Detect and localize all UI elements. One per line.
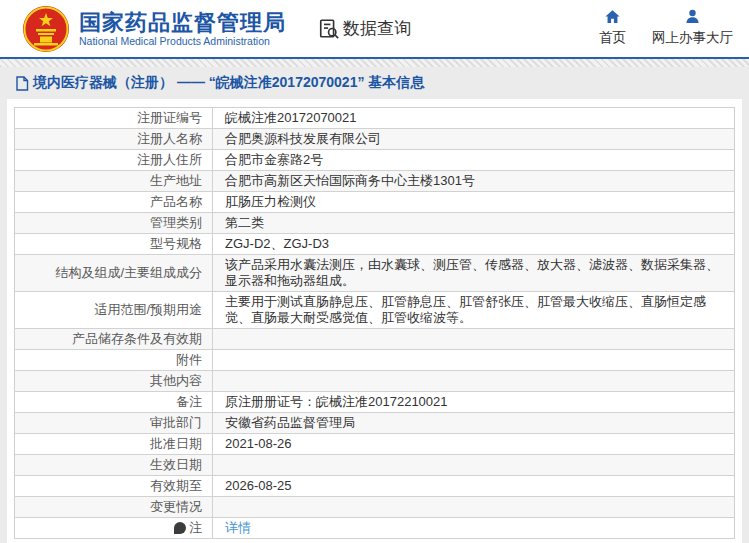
data-query-icon xyxy=(318,18,340,40)
row-label: 型号规格 xyxy=(15,234,213,255)
page-title: 境内医疗器械（注册） —— “皖械注准20172070021” 基本信息 xyxy=(33,74,424,92)
row-value: 皖械注准20172070021 xyxy=(213,108,735,129)
row-label-text: 结构及组成/主要组成成分 xyxy=(55,265,202,280)
row-label: 注册人住所 xyxy=(15,150,213,171)
row-label-text: 注 xyxy=(189,520,202,535)
row-value xyxy=(213,497,735,518)
row-label-text: 注册证编号 xyxy=(137,110,202,125)
row-value xyxy=(213,350,735,371)
main-content: 境内医疗器械（注册） —— “皖械注准20172070021” 基本信息 注册证… xyxy=(0,67,749,543)
detail-link[interactable]: 详情 xyxy=(225,520,251,535)
row-label-text: 产品储存条件及有效期 xyxy=(72,331,202,346)
table-row: 注册人住所 合肥市金寨路2号 xyxy=(15,150,735,171)
row-label-text: 附件 xyxy=(176,352,202,367)
row-label: 管理类别 xyxy=(15,213,213,234)
info-table: 注册证编号 皖械注准20172070021 注册人名称 合肥奥源科技发展有限公司… xyxy=(14,107,735,539)
row-label-text: 变更情况 xyxy=(150,499,202,514)
row-label: 生效日期 xyxy=(15,455,213,476)
row-label: 审批部门 xyxy=(15,413,213,434)
table-row: 结构及组成/主要组成成分 该产品采用水囊法测压，由水囊球、测压管、传感器、放大器… xyxy=(15,255,735,292)
table-row: 变更情况 xyxy=(15,497,735,518)
table-row: 其他内容 xyxy=(15,371,735,392)
row-value: 详情 xyxy=(213,518,735,539)
row-value: 合肥市金寨路2号 xyxy=(213,150,735,171)
row-label-text: 批准日期 xyxy=(150,436,202,451)
info-card: 注册证编号 皖械注准20172070021 注册人名称 合肥奥源科技发展有限公司… xyxy=(7,99,742,543)
table-row: 型号规格 ZGJ-D2、ZGJ-D3 xyxy=(15,234,735,255)
row-label: 注 xyxy=(15,518,213,539)
row-value: 第二类 xyxy=(213,213,735,234)
row-label-text: 生效日期 xyxy=(150,457,202,472)
table-row: 生产地址 合肥市高新区天怡国际商务中心主楼1301号 xyxy=(15,171,735,192)
row-label-text: 有效期至 xyxy=(150,478,202,493)
row-label: 产品储存条件及有效期 xyxy=(15,329,213,350)
row-label: 备注 xyxy=(15,392,213,413)
agency-title-block: 国家药品监督管理局 National Medical Products Admi… xyxy=(79,10,286,48)
row-label: 其他内容 xyxy=(15,371,213,392)
row-label: 适用范围/预期用途 xyxy=(15,292,213,329)
nav-home[interactable]: 首页 xyxy=(599,8,626,47)
agency-name-cn: 国家药品监督管理局 xyxy=(79,10,286,35)
table-row: 附件 xyxy=(15,350,735,371)
row-label-text: 适用范围/预期用途 xyxy=(94,302,202,317)
document-icon xyxy=(15,76,29,91)
row-value: 肛肠压力检测仪 xyxy=(213,192,735,213)
home-icon xyxy=(604,8,621,25)
row-label: 产品名称 xyxy=(15,192,213,213)
row-value xyxy=(213,329,735,350)
row-value: 主要用于测试直肠静息压、肛管静息压、肛管舒张压、肛管最大收缩压、直肠恒定感觉、直… xyxy=(213,292,735,329)
row-value: 原注册册证号：皖械注准20172210021 xyxy=(213,392,735,413)
table-row: 备注 原注册册证号：皖械注准20172210021 xyxy=(15,392,735,413)
row-label-text: 其他内容 xyxy=(150,373,202,388)
table-row: 管理类别 第二类 xyxy=(15,213,735,234)
row-value: 该产品采用水囊法测压，由水囊球、测压管、传感器、放大器、滤波器、数据采集器、显示… xyxy=(213,255,735,292)
row-value: 安徽省药品监督管理局 xyxy=(213,413,735,434)
info-table-body: 注册证编号 皖械注准20172070021 注册人名称 合肥奥源科技发展有限公司… xyxy=(15,108,735,539)
row-label-text: 产品名称 xyxy=(150,194,202,209)
note-icon xyxy=(174,522,186,534)
person-icon xyxy=(684,8,701,25)
data-query-button[interactable]: 数据查询 xyxy=(318,17,411,40)
table-row: 审批部门 安徽省药品监督管理局 xyxy=(15,413,735,434)
nav-online-hall-label: 网上办事大厅 xyxy=(652,29,733,47)
row-label: 附件 xyxy=(15,350,213,371)
row-value: 2026-08-25 xyxy=(213,476,735,497)
table-row: 产品储存条件及有效期 xyxy=(15,329,735,350)
row-value: ZGJ-D2、ZGJ-D3 xyxy=(213,234,735,255)
table-row: 产品名称 肛肠压力检测仪 xyxy=(15,192,735,213)
row-value: 合肥奥源科技发展有限公司 xyxy=(213,129,735,150)
row-label-text: 注册人住所 xyxy=(137,152,202,167)
row-label: 注册人名称 xyxy=(15,129,213,150)
row-label: 注册证编号 xyxy=(15,108,213,129)
table-row: 批准日期 2021-08-26 xyxy=(15,434,735,455)
data-query-label: 数据查询 xyxy=(343,17,411,40)
row-value xyxy=(213,371,735,392)
table-row: 注 详情 xyxy=(15,518,735,539)
row-label: 变更情况 xyxy=(15,497,213,518)
breadcrumb: 境内医疗器械（注册） —— “皖械注准20172070021” 基本信息 xyxy=(0,67,749,99)
row-label: 结构及组成/主要组成成分 xyxy=(15,255,213,292)
row-label-text: 管理类别 xyxy=(150,215,202,230)
table-row: 注册证编号 皖械注准20172070021 xyxy=(15,108,735,129)
header-nav: 首页 网上办事大厅 xyxy=(599,8,733,47)
row-label-text: 生产地址 xyxy=(150,173,202,188)
national-emblem-icon xyxy=(22,5,70,53)
table-row: 适用范围/预期用途 主要用于测试直肠静息压、肛管静息压、肛管舒张压、肛管最大收缩… xyxy=(15,292,735,329)
nav-home-label: 首页 xyxy=(599,29,626,47)
hatch-band xyxy=(0,59,749,67)
row-value: 2021-08-26 xyxy=(213,434,735,455)
row-label-text: 备注 xyxy=(176,394,202,409)
row-label: 有效期至 xyxy=(15,476,213,497)
row-label-text: 注册人名称 xyxy=(137,131,202,146)
row-label: 生产地址 xyxy=(15,171,213,192)
nav-online-hall[interactable]: 网上办事大厅 xyxy=(652,8,733,47)
row-value: 合肥市高新区天怡国际商务中心主楼1301号 xyxy=(213,171,735,192)
agency-name-en: National Medical Products Administration xyxy=(79,35,286,48)
table-row: 生效日期 xyxy=(15,455,735,476)
table-row: 注册人名称 合肥奥源科技发展有限公司 xyxy=(15,129,735,150)
row-label-text: 审批部门 xyxy=(150,415,202,430)
row-value xyxy=(213,455,735,476)
row-label-text: 型号规格 xyxy=(150,236,202,251)
row-label: 批准日期 xyxy=(15,434,213,455)
site-header: 国家药品监督管理局 National Medical Products Admi… xyxy=(0,0,749,57)
